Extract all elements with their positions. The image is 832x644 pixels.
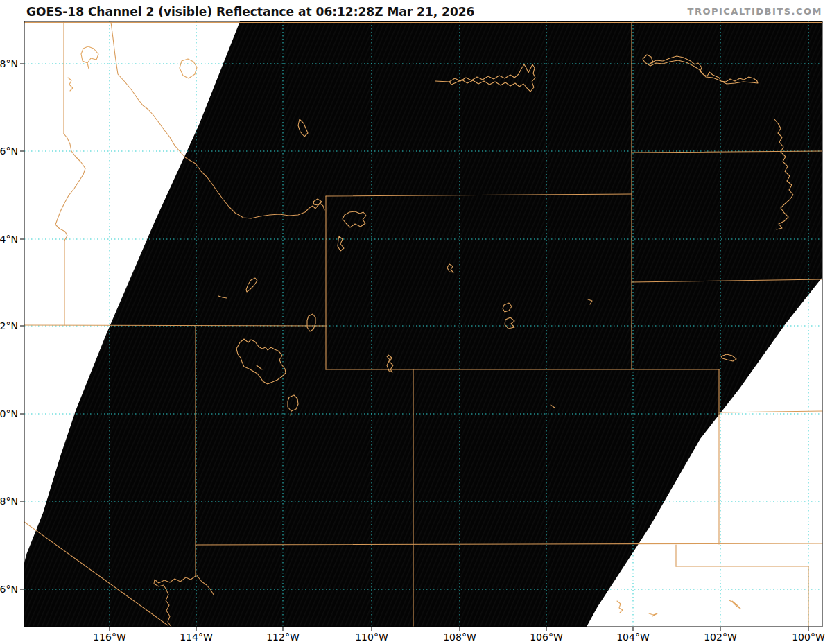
lat-tick-label: 42°N [0,320,18,331]
lon-tick-label: 106°W [530,632,563,643]
lat-tick-label: 36°N [0,584,18,595]
lon-tick-label: 114°W [180,632,213,643]
satellite-map: GOES-18 Channel 2 (visible) Reflectance … [0,0,832,644]
lon-tick-label: 116°W [93,632,126,643]
lat-tick-label: 38°N [0,496,18,507]
lon-tick-label: 112°W [266,632,300,643]
lon-tick-label: 108°W [443,632,476,643]
brand-watermark: TROPICALTIDBITS.COM [688,6,822,17]
satellite-figure: GOES-18 Channel 2 (visible) Reflectance … [0,0,832,644]
lat-tick-label: 44°N [0,234,18,245]
lon-tick-label: 100°W [792,632,825,643]
lat-tick-label: 48°N [0,58,18,69]
lat-tick-label: 40°N [0,408,18,419]
lon-tick-label: 102°W [704,632,737,643]
lon-tick-label: 104°W [616,632,650,643]
lat-tick-label: 46°N [0,146,18,157]
figure-title: GOES-18 Channel 2 (visible) Reflectance … [26,5,474,19]
lon-tick-label: 110°W [355,632,388,643]
